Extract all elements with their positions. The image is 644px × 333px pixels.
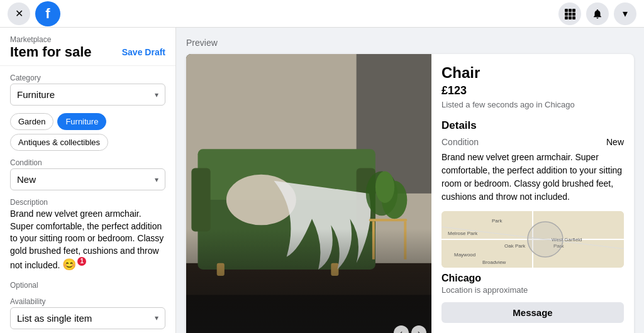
tag-furniture[interactable]: Furniture: [57, 113, 106, 130]
category-select[interactable]: Furniture ▾: [10, 84, 165, 106]
main-layout: Marketplace Item for sale Save Draft Cat…: [0, 28, 644, 333]
notification-badge: 1: [77, 257, 86, 266]
svg-text:Park: Park: [492, 218, 502, 224]
header-row: Item for sale Save Draft: [10, 44, 165, 60]
preview-description: Brand new velvet green armchair. Super c…: [441, 151, 624, 204]
preview-price: £123: [441, 84, 624, 97]
condition-chevron-icon: ▾: [155, 175, 158, 184]
svg-rect-21: [372, 221, 375, 259]
svg-rect-15: [191, 168, 210, 232]
category-field-group: Category Furniture ▾: [10, 74, 165, 106]
svg-rect-8: [572, 16, 575, 19]
preview-card: ‹ › Chair £123 Listed a few seconds ago …: [186, 54, 634, 333]
category-chevron-icon: ▾: [155, 90, 158, 99]
left-panel-header: Marketplace Item for sale Save Draft: [0, 28, 175, 66]
svg-rect-5: [572, 13, 575, 16]
condition-value: New: [17, 174, 36, 185]
top-bar-left: ✕ f: [8, 1, 60, 26]
preview-map: Park Melrose Park Oak Park West Garfield…: [441, 211, 624, 268]
close-icon[interactable]: ✕: [8, 3, 30, 25]
left-panel: Marketplace Item for sale Save Draft Cat…: [0, 28, 176, 333]
category-tags: Garden Furniture Antiques & collectibles: [10, 113, 165, 151]
svg-rect-18: [331, 263, 338, 276]
page-title: Item for sale: [10, 44, 92, 60]
image-nav-arrows: ‹ ›: [394, 325, 426, 333]
description-text: Brand new velvet green armchair. Super c…: [10, 208, 165, 273]
grid-icon[interactable]: [558, 3, 581, 25]
optional-section-label: Optional: [10, 281, 165, 290]
svg-text:Maywood: Maywood: [454, 252, 475, 258]
svg-rect-2: [572, 9, 575, 12]
condition-select[interactable]: New ▾: [10, 168, 165, 190]
condition-detail-val: New: [606, 137, 624, 147]
tag-antiques[interactable]: Antiques & collectibles: [10, 134, 108, 151]
bell-icon[interactable]: [586, 3, 609, 25]
prev-image-arrow[interactable]: ‹: [394, 325, 409, 333]
preview-body: ‹ › Chair £123 Listed a few seconds ago …: [186, 54, 634, 333]
svg-rect-3: [565, 13, 568, 16]
preview-location-sub: Location is approximate: [441, 285, 624, 295]
svg-rect-1: [569, 9, 572, 12]
svg-text:Broadview: Broadview: [482, 259, 506, 265]
preview-location-title: Chicago: [441, 273, 624, 284]
left-panel-content: Category Furniture ▾ Garden Furniture An…: [0, 66, 175, 333]
sofa-image: ‹ ›: [186, 54, 431, 333]
right-panel: Preview: [176, 28, 644, 333]
category-value: Furniture: [17, 89, 55, 100]
availability-field-group: Availability List as single item ▾: [10, 297, 165, 329]
svg-rect-7: [569, 16, 572, 19]
availability-value: List as single item: [17, 313, 92, 324]
condition-label: Condition: [10, 158, 165, 167]
svg-text:Oak Park: Oak Park: [504, 243, 526, 249]
marketplace-label: Marketplace: [10, 35, 165, 44]
svg-rect-0: [565, 9, 568, 12]
preview-listed-text: Listed a few seconds ago in Chicago: [441, 100, 624, 109]
svg-rect-6: [565, 16, 568, 19]
svg-rect-4: [569, 13, 572, 16]
condition-detail-key: Condition: [441, 137, 479, 147]
emoji-decoration: not included.: [10, 260, 60, 270]
svg-rect-20: [369, 219, 408, 221]
top-bar: ✕ f ▾: [0, 0, 644, 28]
condition-field-group: Condition New ▾: [10, 158, 165, 190]
description-field-group: Description Brand new velvet green armch…: [10, 198, 165, 273]
top-bar-icons: ▾: [558, 3, 636, 25]
svg-rect-17: [217, 263, 225, 276]
svg-point-38: [528, 222, 563, 257]
next-image-arrow[interactable]: ›: [411, 325, 426, 333]
preview-info-section: Chair £123 Listed a few seconds ago in C…: [431, 54, 634, 333]
preview-item-title: Chair: [441, 64, 624, 82]
tag-garden[interactable]: Garden: [10, 113, 53, 130]
facebook-logo: f: [35, 1, 60, 26]
details-section-title: Details: [441, 119, 624, 132]
condition-detail-row: Condition New: [441, 137, 624, 147]
svg-text:Melrose Park: Melrose Park: [448, 231, 478, 236]
emoji-badge: 😊: [62, 257, 76, 273]
preview-image-section: ‹ ›: [186, 54, 431, 333]
message-button[interactable]: Message: [441, 302, 624, 323]
preview-label: Preview: [186, 38, 634, 48]
svg-rect-12: [186, 263, 431, 333]
svg-point-25: [375, 172, 394, 203]
availability-select[interactable]: List as single item ▾: [10, 307, 165, 329]
chevron-down-icon[interactable]: ▾: [614, 3, 636, 25]
availability-chevron-icon: ▾: [155, 314, 158, 322]
svg-rect-22: [404, 221, 406, 259]
save-draft-button[interactable]: Save Draft: [122, 47, 165, 57]
availability-label: Availability: [10, 297, 165, 306]
description-label: Description: [10, 198, 165, 207]
category-label: Category: [10, 74, 165, 82]
